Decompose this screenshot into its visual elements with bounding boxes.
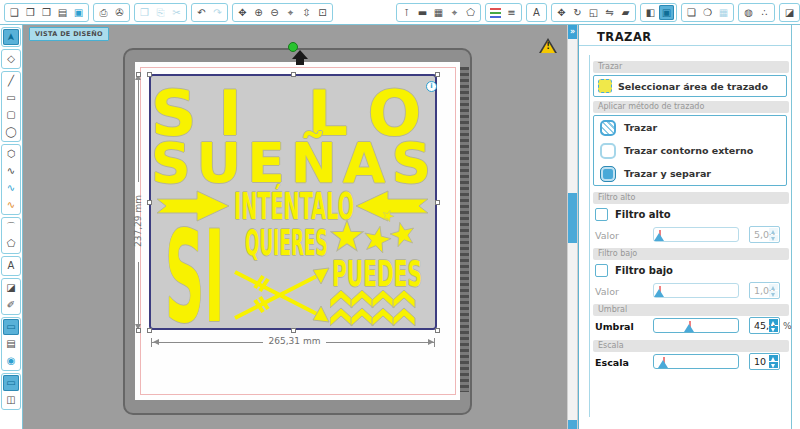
open-file-icon[interactable]: ❒ <box>23 5 38 20</box>
curve-tool-icon[interactable]: ∿ <box>3 163 19 179</box>
low-pass-value-input[interactable]: 1,00 <box>749 282 780 299</box>
method-trace-outer-edge[interactable]: Trazar contorno externo <box>594 139 786 162</box>
low-pass-stepper-arrows[interactable] <box>769 283 779 298</box>
zoom-out-icon[interactable]: ⊖ <box>267 5 282 20</box>
rounded-rectangle-tool-icon[interactable]: ▢ <box>3 107 19 123</box>
perforation-icon[interactable]: ∴ <box>757 5 772 20</box>
scale-icon[interactable]: ◱ <box>586 5 601 20</box>
single-view-icon[interactable]: ▭ <box>3 375 19 391</box>
save-icon[interactable]: ▤ <box>55 5 70 20</box>
undo-icon[interactable]: ↶ <box>194 5 209 20</box>
scrollbar-thumb[interactable] <box>568 193 577 243</box>
rectangle-tool-icon[interactable]: ▭ <box>3 90 19 106</box>
handle-bottom-left[interactable] <box>147 328 152 333</box>
polygon-tool-icon[interactable]: ⬡ <box>3 146 19 162</box>
zoom-selection-icon[interactable]: ⌖ <box>283 5 298 20</box>
rotate-icon[interactable]: ↻ <box>570 5 585 20</box>
shape-settings-icon[interactable]: ⬠ <box>463 5 478 20</box>
traced-image[interactable]: SI LO SUEÑAS INTÉNTALO SI QUIERES <box>149 74 437 330</box>
drag-zoom-icon[interactable]: ⇳ <box>299 5 314 20</box>
low-pass-checkbox-row: Filtro bajo <box>595 264 673 277</box>
fit-to-page-icon[interactable]: ⊡ <box>315 5 330 20</box>
knife-tool-icon[interactable]: ✐ <box>3 297 19 313</box>
line-style-icon[interactable] <box>488 5 503 20</box>
handle-top-right[interactable] <box>435 72 440 77</box>
eraser-tool-icon[interactable]: ◪ <box>3 280 19 296</box>
page-setup-icon[interactable]: ▬ <box>415 5 430 20</box>
edit-points-tool-icon[interactable]: ◇ <box>3 51 19 67</box>
new-document-icon[interactable]: ❑ <box>7 5 22 20</box>
handle-bottom-right[interactable] <box>435 328 440 333</box>
handle-dim-top[interactable] <box>136 72 141 77</box>
registration-marks-icon[interactable]: ⌖ <box>447 5 462 20</box>
handle-bottom-center[interactable] <box>291 328 296 333</box>
select-trace-area-button[interactable]: Seleccionar área de trazado <box>593 75 787 97</box>
fill-style-icon[interactable]: ≡ <box>504 5 519 20</box>
section-header-threshold: Umbral <box>593 304 789 316</box>
panel-scrollbar[interactable]: » <box>567 25 578 429</box>
warning-icon[interactable]: ! <box>539 38 557 54</box>
library-icon[interactable]: ▤ <box>3 336 19 352</box>
merge-file-icon[interactable]: ❐ <box>39 5 54 20</box>
high-pass-stepper-arrows[interactable] <box>769 227 779 242</box>
outline-icon[interactable]: ❍ <box>700 5 715 20</box>
high-pass-checkbox[interactable] <box>595 208 608 221</box>
scale-slider[interactable] <box>653 354 739 369</box>
threshold-slider[interactable] <box>653 318 739 333</box>
eraser-tip-icon[interactable]: ◪ <box>782 5 797 20</box>
panel-expand-button[interactable]: » <box>568 25 577 39</box>
handle-top-center[interactable] <box>291 72 296 77</box>
zoom-in-icon[interactable]: ⊕ <box>251 5 266 20</box>
send-to-cutter-icon[interactable]: ✇ <box>112 5 127 20</box>
handle-mid-right[interactable] <box>435 200 440 205</box>
threshold-stepper-arrows[interactable] <box>769 318 779 333</box>
pixscan-icon[interactable]: ▦ <box>716 5 731 20</box>
offset-icon[interactable]: ❏ <box>684 5 699 20</box>
mirror-icon[interactable]: ⇋ <box>602 5 617 20</box>
select-tool-icon[interactable]: ➤ <box>3 29 19 45</box>
design-canvas[interactable]: VISTA DE DISEÑO ! 237,29 mm 265,31 mm SI… <box>23 25 567 429</box>
text-tool-icon[interactable]: A <box>3 258 19 274</box>
line-tool-icon[interactable]: ╱ <box>3 73 19 89</box>
trace-and-detach-icon <box>600 166 616 182</box>
method-trace[interactable]: Trazar <box>594 116 786 139</box>
low-pass-checkbox[interactable] <box>595 264 608 277</box>
text-style-icon[interactable]: A <box>529 5 544 20</box>
handle-top-left[interactable] <box>147 72 152 77</box>
copy-icon[interactable]: ❐ <box>137 5 152 20</box>
low-pass-slider[interactable] <box>653 283 739 298</box>
high-pass-value-input[interactable]: 5,00 <box>749 226 780 243</box>
pin-icon[interactable]: ⊺ <box>399 5 414 20</box>
selection-info-icon[interactable]: i <box>426 81 437 92</box>
handle-dim-bottom[interactable] <box>136 328 141 333</box>
save-to-library-icon[interactable]: ▣ <box>71 5 86 20</box>
design-page-view-icon[interactable]: ▭ <box>3 319 19 335</box>
freehand-tool-icon[interactable]: ∿ <box>3 180 19 196</box>
trace-icon[interactable]: ▣ <box>659 5 674 20</box>
ellipse-tool-icon[interactable]: ◯ <box>3 124 19 140</box>
cut-icon[interactable]: ✂ <box>169 5 184 20</box>
move-icon[interactable]: ✥ <box>554 5 569 20</box>
split-view-icon[interactable]: ◫ <box>3 392 19 408</box>
scrollbar-bottom-button[interactable] <box>568 420 577 429</box>
arc-tool-icon[interactable]: ⌒ <box>3 219 19 235</box>
modify-icon[interactable]: ◧ <box>643 5 658 20</box>
shear-icon[interactable]: ▰ <box>618 5 633 20</box>
mat-setup-icon[interactable]: ▦ <box>431 5 446 20</box>
scale-stepper-arrows[interactable] <box>769 354 779 369</box>
threshold-value-input[interactable]: 45,0 <box>749 317 780 334</box>
low-pass-value-label: Valor <box>595 286 619 297</box>
scale-value-input[interactable]: 10 <box>749 353 780 370</box>
tab-design-view[interactable]: VISTA DE DISEÑO <box>29 27 109 41</box>
pan-icon[interactable]: ✥ <box>235 5 250 20</box>
smooth-freehand-tool-icon[interactable]: ∿ <box>3 197 19 213</box>
paste-icon[interactable]: ⎘ <box>153 5 168 20</box>
redo-icon[interactable]: ↷ <box>210 5 225 20</box>
regular-polygon-tool-icon[interactable]: ⬠ <box>3 236 19 252</box>
method-trace-and-detach[interactable]: Trazar y separar <box>594 162 786 185</box>
handle-mid-left[interactable] <box>147 200 152 205</box>
high-pass-slider[interactable] <box>653 227 739 242</box>
rhinestone-icon[interactable]: ◍ <box>741 5 756 20</box>
print-icon[interactable]: ⎙ <box>96 5 111 20</box>
store-icon[interactable]: ◉ <box>3 353 19 369</box>
